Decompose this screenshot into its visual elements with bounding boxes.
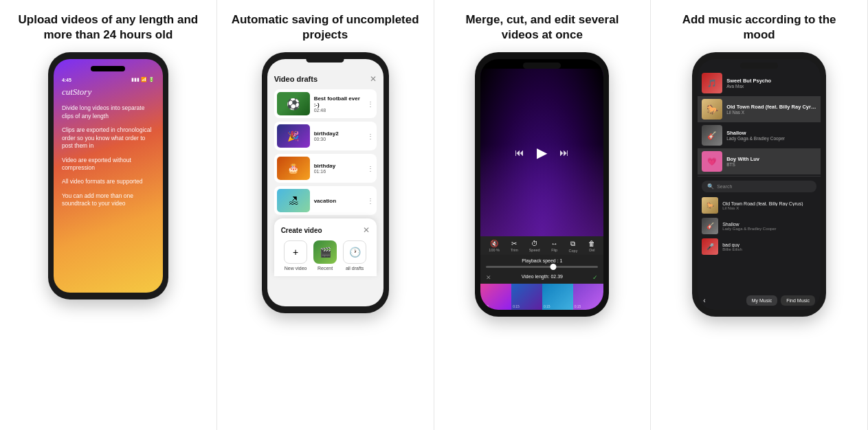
- draft-info-3: birthday 01:16: [314, 163, 363, 174]
- close-length-icon[interactable]: ✕: [486, 274, 491, 281]
- more-icon-2[interactable]: ⋮: [367, 133, 374, 140]
- track-boy-luv[interactable]: 💗 Boy With Luv BTS: [698, 148, 821, 174]
- music-tab-buttons: My Music Find Music: [746, 295, 815, 306]
- track-artist-3: Lady Gaga & Bradley Cooper: [726, 136, 816, 141]
- track-info-2: Old Town Road (feat. Billy Ray Cyrus) Li…: [726, 104, 816, 115]
- confirm-length-icon[interactable]: ✓: [592, 274, 598, 281]
- track-old-town[interactable]: 🐎 Old Town Road (feat. Billy Ray Cyrus) …: [698, 96, 821, 122]
- video-preview: ⏮ ▶ ⏭: [480, 69, 603, 236]
- tool-volume-label: 100 %: [489, 248, 500, 252]
- back-button[interactable]: ‹: [703, 297, 705, 304]
- tool-flip-label: Flip: [551, 248, 557, 252]
- tool-trim-label: Trim: [511, 248, 518, 252]
- clip-3[interactable]: 0:15: [542, 284, 573, 310]
- more-icon-1[interactable]: ⋮: [367, 100, 374, 108]
- phone-body-4: 🎵 Sweet But Psycho Ava Max 🐎 Old Town Ro…: [692, 52, 826, 317]
- list-thumb-1: 🐎: [702, 197, 718, 214]
- volume-icon: 🔇: [490, 240, 498, 247]
- new-video-icon: +: [284, 240, 307, 264]
- playback-controls: ⏮ ▶ ⏭: [515, 144, 569, 161]
- trim-icon: ✂: [511, 240, 517, 247]
- draft-info-1: Best football ever :-) 02:48: [314, 95, 363, 113]
- draft-thumb-party-icon: 🎉: [277, 124, 310, 148]
- draft-item-2[interactable]: 🎉 birthday2 00:30 ⋮: [274, 122, 377, 150]
- create-option-new[interactable]: + New video: [284, 240, 307, 271]
- draft-name-3: birthday: [314, 163, 363, 169]
- list-track-1[interactable]: 🐎 Old Town Road (feat. Billy Ray Cyrus) …: [698, 195, 821, 216]
- draft-thumb-2: 🎉: [277, 124, 310, 148]
- draft-info-2: birthday2 00:30: [314, 131, 363, 142]
- copy-icon: ⧉: [570, 240, 575, 248]
- feature-item-3: Video are exported without compression: [62, 157, 155, 172]
- clip-time-4: 0:15: [575, 304, 581, 308]
- play-button[interactable]: ▶: [537, 144, 547, 161]
- panel2-title: Automatic saving of uncompleted projects: [231, 12, 420, 43]
- draft-item-1[interactable]: ⚽ Best football ever :-) 02:48 ⋮: [274, 89, 377, 118]
- my-music-button[interactable]: My Music: [746, 295, 778, 306]
- more-icon-4[interactable]: ⋮: [367, 197, 374, 205]
- draft-duration-1: 02:48: [314, 108, 363, 113]
- recent-label: Recent: [318, 266, 333, 271]
- search-icon: 🔍: [707, 183, 714, 190]
- phone-notch-1: [91, 66, 125, 71]
- tool-trim[interactable]: ✂ Trim: [511, 240, 518, 253]
- phone-body-3: ⏮ ▶ ⏭ 🔇 100 % ✂ Trim ⏱ Speed: [475, 52, 609, 317]
- tool-speed[interactable]: ⏱ Speed: [529, 240, 540, 253]
- list-track-artist-3: Billie Eilish: [722, 247, 816, 251]
- list-track-info-3: bad guy Billie Eilish: [722, 242, 816, 251]
- editor-toolbar: 🔇 100 % ✂ Trim ⏱ Speed ↔ Flip ⧉ Copy: [480, 236, 603, 255]
- phone-screen-2: Video drafts ✕ ⚽ Best football ever :-) …: [267, 59, 383, 306]
- next-button[interactable]: ⏭: [559, 147, 569, 158]
- create-close-icon[interactable]: ✕: [363, 225, 370, 235]
- tool-volume[interactable]: 🔇 100 %: [489, 240, 500, 253]
- draft-info-4: vacation: [314, 198, 363, 204]
- panel1-title: Upload videos of any length and more tha…: [14, 12, 203, 43]
- new-video-label: New video: [285, 266, 307, 271]
- list-track-name-3: bad guy: [722, 242, 816, 247]
- clip-time-3: 0:15: [544, 304, 550, 308]
- speed-knob[interactable]: [550, 264, 557, 270]
- tool-delete[interactable]: 🗑 Del: [588, 240, 595, 253]
- delete-icon: 🗑: [588, 240, 595, 247]
- phone-notch-3: [523, 63, 561, 69]
- clip-1[interactable]: 0:15: [480, 284, 511, 310]
- track-artist-2: Lil Nas X: [726, 110, 816, 115]
- search-bar[interactable]: 🔍 Search: [702, 181, 816, 192]
- track-sweet-psycho[interactable]: 🎵 Sweet But Psycho Ava Max: [698, 70, 821, 96]
- feature-item-2: Clips are exported in chronological orde…: [62, 126, 155, 150]
- track-artist-1: Ava Max: [726, 84, 816, 89]
- tool-copy[interactable]: ⧉ Copy: [569, 240, 578, 253]
- clip-2[interactable]: 0:15: [511, 284, 542, 310]
- track-shallow[interactable]: 🎸 Shallow Lady Gaga & Bradley Cooper: [698, 122, 821, 148]
- list-thumb-2: 🎸: [702, 218, 718, 234]
- tool-flip[interactable]: ↔ Flip: [551, 240, 558, 253]
- track-name-4: Boy With Luv: [726, 156, 816, 162]
- track-info-4: Boy With Luv BTS: [726, 156, 816, 167]
- track-thumb-1: 🎵: [702, 73, 722, 93]
- prev-button[interactable]: ⏮: [515, 147, 524, 158]
- close-icon[interactable]: ✕: [370, 74, 377, 84]
- clip-4[interactable]: 0:15: [573, 284, 604, 310]
- track-artist-4: BTS: [726, 162, 816, 167]
- list-track-2[interactable]: 🎸 Shallow Lady Gaga & Bradley Cooper: [698, 216, 821, 236]
- music-list: 🐎 Old Town Road (feat. Billy Ray Cyrus) …: [698, 195, 821, 292]
- track-thumb-4: 💗: [702, 151, 722, 172]
- status-bar-1: 4:45 ▮▮▮ 📶 🔋: [62, 77, 155, 82]
- all-drafts-label: all drafts: [346, 266, 364, 271]
- list-track-3[interactable]: 🎤 bad guy Billie Eilish: [698, 236, 821, 257]
- clip-time-1: 0:15: [482, 304, 489, 308]
- phone-notch-4: [740, 63, 778, 69]
- feature-item-1: Divide long videos into separate clips o…: [62, 104, 155, 120]
- create-option-recent[interactable]: 🎬 Recent: [313, 240, 337, 271]
- speed-slider[interactable]: [486, 266, 598, 268]
- draft-item-3[interactable]: 🎂 birthday 01:16 ⋮: [274, 154, 377, 183]
- list-track-info-2: Shallow Lady Gaga & Bradley Cooper: [722, 222, 816, 231]
- create-option-drafts[interactable]: 🕐 all drafts: [343, 240, 366, 271]
- phone-screen-1: 4:45 ▮▮▮ 📶 🔋 cutStory Divide long videos…: [54, 59, 163, 293]
- drafts-container: Video drafts ✕ ⚽ Best football ever :-) …: [267, 59, 383, 306]
- track-name-3: Shallow: [726, 130, 816, 136]
- more-icon-3[interactable]: ⋮: [367, 165, 374, 172]
- draft-item-4[interactable]: 🏖 vacation ⋮: [274, 186, 377, 215]
- find-music-button[interactable]: Find Music: [781, 295, 815, 306]
- track-thumb-2: 🐎: [702, 99, 722, 120]
